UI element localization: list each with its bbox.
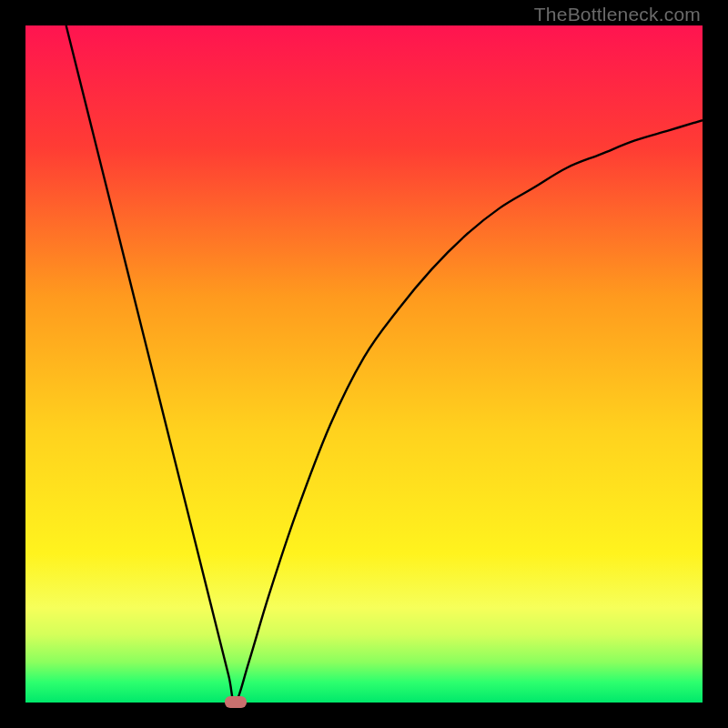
bottleneck-curve <box>25 25 703 703</box>
watermark-text: TheBottleneck.com <box>534 4 701 25</box>
plot-area <box>25 25 703 703</box>
optimal-point-marker <box>225 696 247 708</box>
